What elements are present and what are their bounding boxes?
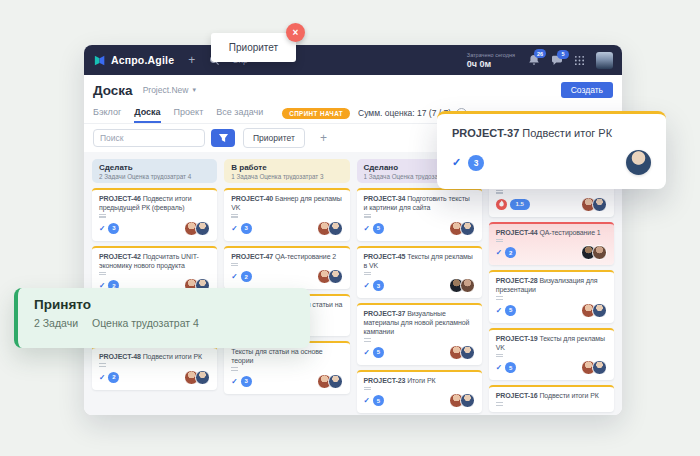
task-id: PROJECT-34 bbox=[364, 195, 406, 202]
task-card[interactable]: PROJECT-46 Подвести итоги предыдущей РК … bbox=[92, 188, 217, 241]
check-icon: ✓ bbox=[364, 396, 370, 405]
assignee-avatars[interactable] bbox=[449, 345, 475, 360]
estimate-badge: 3 bbox=[108, 223, 119, 234]
column-header: В работе 1 Задача Оценка трудозатрат 3 bbox=[224, 159, 349, 183]
description-icon bbox=[496, 190, 607, 194]
app-logo[interactable]: Аспро.Agile bbox=[93, 54, 174, 67]
sprint-status-badge: СПРИНТ НАЧАТ bbox=[282, 108, 350, 119]
description-icon bbox=[364, 214, 475, 218]
task-card[interactable]: PROJECT-40 Баннер для рекламы VK ✓3 bbox=[224, 188, 349, 241]
column-title: Сделать bbox=[99, 163, 210, 172]
estimate-badge: 3 bbox=[241, 376, 252, 387]
check-icon: ✓ bbox=[496, 248, 502, 257]
time-tracker-label: Затрачено сегодня bbox=[467, 52, 515, 58]
check-icon: ✓ bbox=[231, 377, 237, 386]
task-title: QA-тестирование 2 bbox=[275, 253, 336, 260]
assignee-avatars[interactable] bbox=[317, 221, 343, 236]
page-background: Аспро.Agile + Спр Затрачено сегодня 0ч 0… bbox=[0, 0, 700, 456]
funnel-icon bbox=[218, 133, 229, 143]
tab-project[interactable]: Проект bbox=[174, 103, 204, 123]
board-header: Доска Project.New ▾ Создать bbox=[84, 75, 622, 103]
task-id: PROJECT-19 bbox=[496, 335, 538, 342]
task-title: Итоги РК bbox=[407, 377, 435, 384]
tab-board[interactable]: Доска bbox=[134, 103, 160, 123]
task-card[interactable]: PROJECT-28 Визуализация для презентации … bbox=[489, 270, 614, 323]
assignee-avatars[interactable] bbox=[449, 221, 475, 236]
description-icon bbox=[99, 363, 210, 367]
column-meta: 1 Задача Оценка трудозатрат 3 bbox=[231, 173, 342, 180]
task-id: PROJECT-42 bbox=[99, 253, 141, 260]
description-icon bbox=[364, 272, 475, 276]
assignee-avatars[interactable] bbox=[581, 197, 607, 212]
assignee-avatars[interactable] bbox=[581, 245, 607, 260]
assignee-avatars[interactable] bbox=[184, 221, 210, 236]
column-in-progress: В работе 1 Задача Оценка трудозатрат 3 P… bbox=[224, 159, 349, 408]
user-avatar[interactable] bbox=[596, 52, 613, 69]
project-selector[interactable]: Project.New bbox=[143, 85, 189, 95]
tab-all-tasks[interactable]: Все задачи bbox=[216, 103, 263, 123]
task-card[interactable]: PROJECT-19 Тексты для рекламы VK ✓5 bbox=[489, 328, 614, 381]
task-popup[interactable]: PROJECT-37 Подвести итог РК ✓ 3 bbox=[437, 111, 666, 189]
notifications-button[interactable]: 26 bbox=[528, 54, 540, 66]
task-title: Подвести итоги РК bbox=[143, 353, 202, 360]
task-card[interactable]: PROJECT-34 Подготовить тексты и картинки… bbox=[357, 188, 482, 241]
apps-grid-button[interactable] bbox=[574, 55, 585, 66]
description-icon bbox=[496, 296, 607, 300]
estimate-badge: 5 bbox=[505, 305, 516, 316]
task-card[interactable]: PROJECT-48 Подвести итоги РК ✓2 bbox=[92, 346, 217, 390]
task-id: PROJECT-28 bbox=[496, 277, 538, 284]
task-id: PROJECT-16 bbox=[496, 392, 538, 399]
search-input[interactable] bbox=[93, 129, 205, 147]
description-icon bbox=[364, 387, 475, 391]
create-button[interactable]: Создать bbox=[561, 82, 613, 98]
close-icon[interactable]: × bbox=[286, 23, 305, 42]
task-card[interactable]: PROJECT-45 Тексты для рекламы в VK ✓3 bbox=[357, 246, 482, 299]
assignee-avatars[interactable] bbox=[449, 393, 475, 408]
column-meta: 2 Задачи Оценка трудозатрат 4 bbox=[99, 173, 210, 180]
task-card[interactable]: PROJECT-37 Визуальные материалы для ново… bbox=[357, 303, 482, 365]
task-card[interactable]: PROJECT-16 Подвести итоги РК bbox=[489, 385, 614, 412]
task-card[interactable]: Тексты для статьи на основе теории ✓3 bbox=[224, 341, 349, 394]
task-card[interactable]: PROJECT-23 Итоги РК ✓5 bbox=[357, 370, 482, 414]
task-card[interactable]: PROJECT-47 QA-тестирование 2 ✓2 bbox=[224, 246, 349, 290]
priority-filter-chip[interactable]: Приоритет bbox=[243, 128, 305, 148]
filter-button[interactable] bbox=[211, 129, 235, 147]
grid-icon bbox=[574, 55, 585, 66]
task-card-danger[interactable]: PROJECT-44 QA-тестирование 1 ✓2 bbox=[489, 222, 614, 266]
assignee-avatars[interactable] bbox=[581, 303, 607, 318]
estimate-badge: 5 bbox=[505, 362, 516, 373]
app-window: Аспро.Agile + Спр Затрачено сегодня 0ч 0… bbox=[84, 45, 622, 415]
task-id: PROJECT-40 bbox=[231, 195, 273, 202]
assignee-avatar[interactable] bbox=[626, 150, 651, 175]
task-title: Подвести итоги РК bbox=[539, 392, 598, 399]
messages-badge: 5 bbox=[557, 50, 569, 59]
assignee-avatars[interactable] bbox=[581, 360, 607, 375]
assignee-avatars[interactable] bbox=[317, 374, 343, 389]
check-icon: ✓ bbox=[364, 281, 370, 290]
popup-task-id: PROJECT-37 bbox=[452, 127, 519, 139]
messages-button[interactable]: 5 bbox=[551, 55, 563, 66]
column-header: Сделать 2 Задачи Оценка трудозатрат 4 bbox=[92, 159, 217, 183]
estimate-badge: 3 bbox=[468, 155, 484, 171]
estimate-badge: 1.5 bbox=[510, 199, 530, 210]
add-filter-button[interactable]: + bbox=[314, 130, 333, 146]
task-title: QA-тестирование 1 bbox=[539, 229, 600, 236]
check-icon: ✓ bbox=[231, 224, 237, 233]
add-icon[interactable]: + bbox=[188, 54, 195, 66]
check-icon: ✓ bbox=[231, 272, 237, 281]
assignee-avatars[interactable] bbox=[449, 278, 475, 293]
assignee-avatars[interactable] bbox=[184, 370, 210, 385]
column-accepted: 1.5 PROJECT-44 QA-тестирование 1 ✓2 PROJ… bbox=[489, 159, 614, 408]
description-icon bbox=[99, 214, 210, 218]
time-tracker: Затрачено сегодня 0ч 0м bbox=[467, 52, 515, 69]
task-id: PROJECT-45 bbox=[364, 253, 406, 260]
assignee-avatars[interactable] bbox=[317, 269, 343, 284]
accepted-title: Принято bbox=[34, 297, 294, 312]
kanban-board: Сделать 2 Задачи Оценка трудозатрат 4 PR… bbox=[84, 152, 622, 415]
check-icon: ✓ bbox=[364, 224, 370, 233]
fire-icon bbox=[496, 199, 507, 210]
popup-task-title: Подвести итог РК bbox=[522, 127, 612, 139]
accepted-effort: Оценка трудозатрат 4 bbox=[92, 317, 199, 329]
accepted-column-overlay: Принято 2 Задачи Оценка трудозатрат 4 bbox=[14, 288, 310, 348]
tab-backlog[interactable]: Бэклог bbox=[93, 103, 121, 123]
